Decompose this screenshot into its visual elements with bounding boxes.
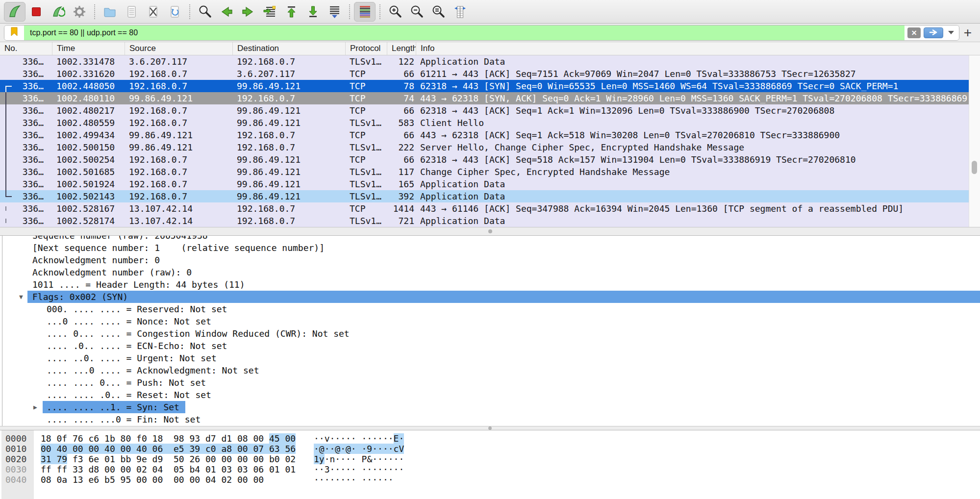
- hex-bytes[interactable]: ff ff 33 d8 00 00 02 04 05 b4 01 03 03 0…: [41, 464, 296, 474]
- open-capture-file-button[interactable]: [99, 2, 121, 22]
- reload-capture-file-button[interactable]: [164, 2, 185, 22]
- detail-line[interactable]: .... .... .0.. = Reset: Not set: [0, 389, 980, 401]
- filter-bookmark-button[interactable]: [4, 25, 24, 40]
- hex-offset: 0010: [5, 444, 26, 454]
- hex-bytes[interactable]: 31 79 f3 6e 01 bb 9e d9 50 26 00 00 00 0…: [41, 454, 296, 464]
- hex-highlight[interactable]: 00 40 00 00 40 00 40 06 e5 39 c0 a8 00 0…: [41, 444, 296, 454]
- ascii-segment[interactable]: ··3····· ········: [314, 464, 404, 474]
- collapsed-arrow-icon[interactable]: ▶: [33, 401, 37, 413]
- detail-line[interactable]: .... .... 0... = Push: Not set: [0, 376, 980, 389]
- hex-ascii[interactable]: ········ ······: [314, 474, 394, 485]
- zoom-out-button[interactable]: [406, 2, 427, 22]
- hex-row[interactable]: 004008 0a 13 e6 b5 95 00 00 00 00 04 02 …: [0, 474, 980, 485]
- hex-row[interactable]: 001000 40 00 00 40 00 40 06 e5 39 c0 a8 …: [0, 444, 980, 454]
- packet-row[interactable]: 336…1002.48011099.86.49.121192.168.0.7TC…: [0, 92, 969, 104]
- detail-line[interactable]: .... .0.. .... = ECN-Echo: Not set: [0, 340, 980, 352]
- ascii-highlight[interactable]: 1y: [314, 454, 325, 464]
- hex-row[interactable]: 002031 79 f3 6e 01 bb 9e d9 50 26 00 00 …: [0, 454, 980, 464]
- packet-row[interactable]: 336…1002.52817413.107.42.14192.168.0.7TL…: [0, 215, 969, 227]
- hex-row[interactable]: 000018 0f 76 c6 1b 80 f0 18 98 93 d7 d1 …: [0, 433, 980, 444]
- colorize-packets-button[interactable]: [354, 2, 376, 22]
- add-filter-button[interactable]: +: [959, 25, 976, 40]
- filter-apply-button[interactable]: [924, 27, 943, 38]
- packet-row[interactable]: 336…1002.331620192.168.0.73.6.207.117TCP…: [0, 68, 969, 80]
- detail-line[interactable]: ▶.... .... ..1. = Syn: Set: [0, 401, 980, 413]
- hex-bytes[interactable]: 00 40 00 00 40 00 40 06 e5 39 c0 a8 00 0…: [41, 444, 296, 454]
- hex-bytes[interactable]: 08 0a 13 e6 b5 95 00 00 00 00 04 02 00 0…: [41, 474, 264, 485]
- packet-row[interactable]: 336…1002.501924192.168.0.799.86.49.121TL…: [0, 178, 969, 190]
- packet-row[interactable]: 336…1002.501685192.168.0.799.86.49.121TL…: [0, 166, 969, 178]
- detail-line[interactable]: 1011 .... = Header Length: 44 bytes (11): [0, 278, 980, 291]
- hex-segment[interactable]: ff ff 33 d8 00 00 02 04 05 b4 01 03 03 0…: [41, 464, 296, 474]
- hex-ascii[interactable]: ··v····· ······E·: [314, 433, 404, 444]
- detail-line[interactable]: .... 0... .... = Congestion Window Reduc…: [0, 327, 980, 340]
- packet-row[interactable]: 336…1002.448050192.168.0.799.86.49.121TC…: [0, 80, 969, 92]
- packet-row[interactable]: 336…1002.480217192.168.0.799.86.49.121TC…: [0, 104, 969, 117]
- packet-row[interactable]: 336…1002.49943499.86.49.121192.168.0.7TC…: [0, 129, 969, 141]
- packet-row[interactable]: 336…1002.50015099.86.49.121192.168.0.7TL…: [0, 141, 969, 153]
- go-forward-button[interactable]: [237, 2, 259, 22]
- stop-capture-button[interactable]: [25, 2, 47, 22]
- hex-row[interactable]: 0030ff ff 33 d8 00 00 02 04 05 b4 01 03 …: [0, 464, 980, 474]
- go-to-last-packet-button[interactable]: [302, 2, 324, 22]
- packet-row[interactable]: 336…1002.500254192.168.0.799.86.49.121TC…: [0, 153, 969, 166]
- hex-highlight[interactable]: 31 79: [41, 454, 67, 464]
- detail-line[interactable]: [Next sequence number: 1 (relative seque…: [0, 242, 980, 254]
- detail-line[interactable]: .... ..0. .... = Urgent: Not set: [0, 352, 980, 364]
- save-capture-file-button[interactable]: [121, 2, 142, 22]
- ascii-segment[interactable]: ········ ······: [314, 474, 394, 485]
- restart-capture-button[interactable]: [47, 2, 69, 22]
- detail-line[interactable]: .... .... ...0 = Fin: Not set: [0, 413, 980, 425]
- ascii-segment[interactable]: ··v····· ······: [314, 433, 394, 444]
- packet-row[interactable]: 336…1002.480559192.168.0.799.86.49.121TL…: [0, 117, 969, 129]
- hex-segment[interactable]: 18 0f 76 c6 1b 80 f0 18 98 93 d7 d1 08 0…: [41, 433, 269, 444]
- hex-ascii[interactable]: ·@··@·@· ·9····cV: [314, 444, 404, 454]
- pane-splitter-bottom[interactable]: [0, 426, 980, 430]
- detail-line[interactable]: ...0 .... .... = Nonce: Not set: [0, 315, 980, 327]
- detail-line[interactable]: Sequence number (raw): 2665041938: [0, 236, 980, 242]
- column-header-destination[interactable]: Destination: [233, 42, 346, 55]
- column-header-source[interactable]: Source: [125, 42, 233, 55]
- detail-line[interactable]: Acknowledgment number (raw): 0: [0, 266, 980, 278]
- hex-bytes[interactable]: 18 0f 76 c6 1b 80 f0 18 98 93 d7 d1 08 0…: [41, 433, 296, 444]
- ascii-segment[interactable]: ·n···· P&······: [325, 454, 404, 464]
- column-header-info[interactable]: Info: [416, 42, 980, 55]
- hex-segment[interactable]: 08 0a 13 e6 b5 95 00 00 00 00 04 02 00 0…: [41, 474, 264, 485]
- scrollbar-thumb[interactable]: [972, 161, 977, 174]
- expanded-arrow-icon[interactable]: ▼: [19, 291, 23, 303]
- detail-line[interactable]: ▼Flags: 0x002 (SYN): [0, 291, 980, 303]
- pane-splitter-top[interactable]: [0, 227, 980, 236]
- resize-columns-button[interactable]: [449, 2, 471, 22]
- auto-scroll-button[interactable]: [324, 2, 345, 22]
- hex-ascii[interactable]: 1y·n···· P&······: [314, 454, 404, 464]
- column-header-length[interactable]: Length: [387, 42, 416, 55]
- detail-line[interactable]: .... ...0 .... = Acknowledgment: Not set: [0, 364, 980, 376]
- go-to-first-packet-button[interactable]: [280, 2, 302, 22]
- column-header-protocol[interactable]: Protocol: [346, 42, 387, 55]
- display-filter-input[interactable]: tcp.port == 80 || udp.port == 80: [24, 25, 905, 40]
- filter-clear-button[interactable]: ✕: [907, 27, 921, 38]
- capture-options-button[interactable]: [69, 2, 90, 22]
- hex-highlight[interactable]: 45 00: [269, 433, 296, 444]
- ascii-highlight[interactable]: E·: [394, 433, 404, 444]
- close-capture-file-button[interactable]: [142, 2, 164, 22]
- go-to-packet-button[interactable]: [259, 2, 280, 22]
- filter-history-dropdown[interactable]: [948, 31, 954, 34]
- zoom-in-button[interactable]: [384, 2, 406, 22]
- hex-ascii[interactable]: ··3····· ········: [314, 464, 404, 474]
- start-capture-button[interactable]: [4, 2, 25, 22]
- column-header-time[interactable]: Time: [52, 42, 125, 55]
- detail-line[interactable]: 000. .... .... = Reserved: Not set: [0, 303, 980, 315]
- packet-cell-dst: 192.168.0.7: [233, 129, 346, 141]
- zoom-100-button[interactable]: [427, 2, 449, 22]
- find-packet-button[interactable]: [194, 2, 216, 22]
- go-back-button[interactable]: [216, 2, 237, 22]
- ascii-highlight[interactable]: ·@··@·@· ·9····cV: [314, 444, 404, 454]
- detail-line[interactable]: Acknowledgment number: 0: [0, 254, 980, 266]
- packet-row[interactable]: 336…1002.52816713.107.42.14192.168.0.7TC…: [0, 202, 969, 215]
- packet-row[interactable]: 336…1002.502143192.168.0.799.86.49.121TL…: [0, 190, 969, 202]
- packet-list-scrollbar[interactable]: [969, 55, 980, 227]
- packet-row[interactable]: 336…1002.3314783.6.207.117192.168.0.7TLS…: [0, 55, 969, 68]
- hex-segment[interactable]: f3 6e 01 bb 9e d9 50 26 00 00 00 00 b0 0…: [67, 454, 296, 464]
- column-header-no[interactable]: No.: [0, 42, 52, 55]
